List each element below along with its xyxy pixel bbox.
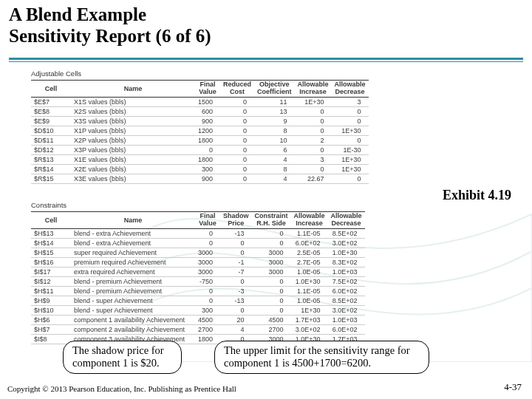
cell-ad: 1E+30 [332, 154, 369, 164]
cell-rc: 0 [220, 145, 254, 154]
title-rule-thick [9, 58, 523, 60]
table-row: $D$12X3P values (bbls)00601E-30 [31, 145, 369, 154]
cell-sp: -13 [220, 296, 252, 305]
cell-cell: $E$7 [31, 97, 71, 106]
cell-ad: 8.5E+02 [328, 228, 365, 238]
cell-fv: 0 [195, 145, 220, 154]
col-final-value: FinalValue [195, 81, 220, 98]
copyright-text: Copyright © 2013 Pearson Education, Inc.… [7, 384, 236, 393]
cell-ad: 1.0E+03 [328, 315, 365, 324]
cell-fv: -750 [195, 276, 220, 286]
cell-name: X1S values (bbls) [71, 97, 195, 106]
cell-sp: 0 [220, 248, 252, 257]
cell-cell: $I$17 [31, 267, 71, 276]
cell-ad: 1E-30 [332, 145, 369, 154]
cell-fv: 0 [195, 286, 220, 296]
cell-fv: 0 [195, 228, 220, 238]
cell-ai: 1.1E-05 [291, 228, 328, 238]
cell-ai: 1.0E-05 [291, 296, 328, 305]
cell-fv: 1800 [195, 135, 220, 145]
cell-rhs: 0 [252, 228, 291, 238]
cell-ad: 1E+30 [332, 126, 369, 135]
cell-fv: 1800 [195, 334, 220, 344]
cell-rhs: 0 [252, 305, 291, 315]
cell-ad: 6.0E+02 [328, 324, 365, 334]
page-number: 4-37 [504, 381, 522, 393]
cell-fv: 2700 [195, 324, 220, 334]
cell-name: X3S values (bbls) [71, 116, 195, 126]
col-cell: Cell [31, 212, 71, 229]
cell-fv: 3000 [195, 267, 220, 276]
cell-ai: 2.5E-05 [291, 248, 328, 257]
cell-cell: $H$11 [31, 286, 71, 296]
cell-ad: 8.3E+02 [328, 257, 365, 267]
cell-ad: 0 [332, 106, 369, 116]
cell-ad: 3 [332, 97, 369, 106]
cell-name: X3E values (bbls) [71, 174, 195, 183]
table-row: $R$15X3E values (bbls)9000422.670 [31, 174, 369, 183]
col-name: Name [71, 81, 195, 98]
col-reduced-cost: ReducedCost [220, 81, 254, 98]
slide-title: A Blend Example Sensitivity Report (6 of… [9, 4, 211, 47]
title-line-2: Sensitivity Report (6 of 6) [9, 26, 211, 46]
cell-ad: 7.5E+02 [328, 276, 365, 286]
table-row: $H$16premium required Achievement3000-13… [31, 257, 365, 267]
cell-rhs: 3000 [252, 257, 291, 267]
cell-name: blend - extra Achievement [71, 228, 195, 238]
cell-oc: 13 [254, 106, 295, 116]
cell-rc: 0 [220, 154, 254, 164]
title-rule-thin [9, 61, 523, 62]
cell-rhs: 0 [252, 296, 291, 305]
cell-ai: 3.0E+02 [291, 324, 328, 334]
cell-oc: 8 [254, 164, 295, 174]
table-row: $I$17extra required Achievement3000-7300… [31, 267, 365, 276]
cell-rhs: 2700 [252, 324, 291, 334]
cell-oc: 10 [254, 135, 295, 145]
cell-fv: 1500 [195, 97, 220, 106]
cell-cell: $I$12 [31, 276, 71, 286]
cell-ad: 1.0E+30 [328, 248, 365, 257]
cell-ad: 0 [332, 135, 369, 145]
cell-name: blend - extra Achievement [71, 238, 195, 248]
cell-fv: 3000 [195, 257, 220, 267]
cell-fv: 4500 [195, 315, 220, 324]
cell-ai: 6.0E+02 [291, 238, 328, 248]
cell-cell: $H$7 [31, 324, 71, 334]
cell-cell: $I$8 [31, 334, 71, 344]
cell-oc: 9 [254, 116, 295, 126]
cell-ad: 0 [332, 116, 369, 126]
table-row: $R$14X2E values (bbls)3000801E+30 [31, 164, 369, 174]
col-constraint-rhs: ConstraintR.H. Side [252, 212, 291, 229]
table-row: $E$9X3S values (bbls)9000900 [31, 116, 369, 126]
cell-cell: $H$16 [31, 257, 71, 267]
cell-ai: 22.67 [295, 174, 332, 183]
cell-ai: 0 [295, 126, 332, 135]
table-row: $H$7component 2 availability Achievement… [31, 324, 365, 334]
cell-oc: 11 [254, 97, 295, 106]
cell-rc: 0 [220, 97, 254, 106]
table-row: $H$6component 1 availability Achievement… [31, 315, 365, 324]
cell-fv: 3000 [195, 248, 220, 257]
cell-rc: 0 [220, 106, 254, 116]
cell-ai: 1.0E-05 [291, 267, 328, 276]
cell-name: X1P values (bbls) [71, 126, 195, 135]
cell-cell: $H$9 [31, 296, 71, 305]
cell-oc: 8 [254, 126, 295, 135]
col-name: Name [71, 212, 195, 229]
cell-name: super required Achievement [71, 248, 195, 257]
cell-ai: 0 [295, 164, 332, 174]
cell-cell: $H$6 [31, 315, 71, 324]
cell-ai: 1E+30 [291, 305, 328, 315]
col-allow-inc: AllowableIncrease [295, 81, 332, 98]
cell-name: X3P values (bbls) [71, 145, 195, 154]
cell-rc: 0 [220, 174, 254, 183]
cell-ai: 1E+30 [295, 97, 332, 106]
cell-rhs: 0 [252, 286, 291, 296]
col-final-value: FinalValue [195, 212, 220, 229]
cell-fv: 900 [195, 174, 220, 183]
cell-sp: 0 [220, 305, 252, 315]
title-line-1: A Blend Example [9, 4, 146, 24]
constraints-table: Cell Name FinalValue ShadowPrice Constra… [31, 211, 365, 344]
cell-ad: 1.0E+03 [328, 267, 365, 276]
cell-name: blend - super Achievement [71, 305, 195, 315]
